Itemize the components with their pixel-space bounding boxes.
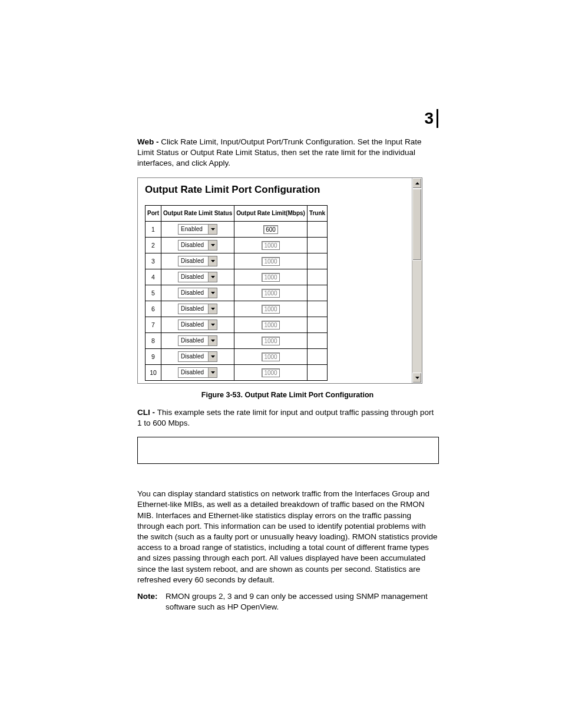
- chevron-down-icon[interactable]: [209, 288, 217, 298]
- web-label: Web -: [137, 137, 161, 146]
- scrollbar[interactable]: [412, 178, 422, 383]
- chevron-down-icon[interactable]: [209, 320, 217, 330]
- chapter-number: 3: [424, 109, 438, 128]
- statistics-paragraph: You can display standard statistics on n…: [137, 489, 438, 585]
- panel-title: Output Rate Limit Port Configuration: [145, 184, 416, 196]
- rate-limit-input[interactable]: 1000: [262, 353, 279, 361]
- rate-limit-input[interactable]: 1000: [262, 241, 279, 250]
- status-select[interactable]: Disabled: [178, 367, 217, 378]
- status-value: Enabled: [178, 225, 209, 234]
- table-row: 9Disabled1000: [146, 348, 328, 364]
- status-select[interactable]: Disabled: [178, 240, 217, 251]
- chevron-down-icon[interactable]: [209, 241, 217, 250]
- trunk-cell: [307, 285, 327, 301]
- table-row: 7Disabled1000: [146, 317, 328, 332]
- limit-cell: 1000: [234, 364, 308, 380]
- col-limit: Output Rate Limit(Mbps): [234, 205, 308, 221]
- chevron-down-icon[interactable]: [209, 225, 217, 234]
- status-select[interactable]: Disabled: [178, 351, 217, 362]
- trunk-cell: [307, 269, 327, 285]
- note-label: Note:: [137, 591, 166, 612]
- port-cell: 3: [146, 253, 161, 269]
- limit-cell: 1000: [234, 348, 308, 364]
- svg-marker-2: [211, 260, 215, 262]
- figure-caption: Figure 3-53. Output Rate Limit Port Conf…: [137, 391, 438, 399]
- status-value: Disabled: [178, 304, 209, 314]
- status-cell: Disabled: [161, 269, 234, 285]
- status-select[interactable]: Disabled: [178, 319, 217, 330]
- scroll-up-icon[interactable]: [412, 178, 422, 189]
- svg-marker-1: [211, 244, 215, 246]
- status-select[interactable]: Disabled: [178, 288, 217, 298]
- trunk-cell: [307, 237, 327, 253]
- cli-example-box: [137, 437, 439, 464]
- scroll-down-icon[interactable]: [412, 373, 422, 383]
- chevron-down-icon[interactable]: [209, 272, 217, 282]
- svg-marker-10: [415, 182, 419, 185]
- port-cell: 10: [146, 364, 161, 380]
- status-select[interactable]: Disabled: [178, 256, 217, 266]
- status-cell: Disabled: [161, 253, 234, 269]
- status-cell: Enabled: [161, 221, 234, 237]
- svg-marker-0: [211, 228, 215, 230]
- cli-text: This example sets the rate limit for inp…: [137, 408, 434, 427]
- rate-limit-input[interactable]: 1000: [262, 273, 279, 282]
- rate-limit-input[interactable]: 1000: [262, 337, 279, 345]
- trunk-cell: [307, 332, 327, 348]
- trunk-cell: [307, 221, 327, 237]
- status-value: Disabled: [178, 241, 209, 250]
- status-select[interactable]: Disabled: [178, 272, 217, 282]
- status-value: Disabled: [178, 256, 209, 266]
- svg-marker-4: [211, 292, 215, 294]
- chevron-down-icon[interactable]: [209, 256, 217, 266]
- table-row: 2Disabled1000: [146, 237, 328, 253]
- status-select[interactable]: Disabled: [178, 304, 217, 314]
- limit-cell: 1000: [234, 269, 308, 285]
- svg-marker-9: [211, 371, 215, 374]
- svg-marker-3: [211, 276, 215, 278]
- table-row: 10Disabled1000: [146, 364, 328, 380]
- port-cell: 1: [146, 221, 161, 237]
- status-select[interactable]: Enabled: [178, 224, 217, 235]
- rate-limit-input[interactable]: 1000: [262, 368, 279, 377]
- trunk-cell: [307, 253, 327, 269]
- status-select[interactable]: Disabled: [178, 335, 217, 346]
- status-cell: Disabled: [161, 301, 234, 317]
- web-intro-text: Click Rate Limit, Input/Output Port/Trun…: [137, 137, 421, 167]
- rate-limit-input[interactable]: 1000: [262, 321, 279, 330]
- port-cell: 4: [146, 269, 161, 285]
- status-value: Disabled: [178, 336, 209, 345]
- col-port: Port: [146, 205, 161, 221]
- port-cell: 9: [146, 348, 161, 364]
- port-cell: 5: [146, 285, 161, 301]
- chevron-down-icon[interactable]: [209, 352, 217, 361]
- scroll-thumb[interactable]: [412, 189, 422, 261]
- rate-limit-table: Port Output Rate Limit Status Output Rat…: [145, 205, 328, 381]
- note-block: Note: RMON groups 2, 3 and 9 can only be…: [137, 591, 438, 612]
- svg-marker-11: [415, 377, 419, 379]
- cli-label: CLI -: [137, 408, 157, 417]
- chevron-down-icon[interactable]: [209, 336, 217, 345]
- scroll-track[interactable]: [412, 189, 422, 373]
- chevron-down-icon[interactable]: [209, 304, 217, 314]
- rate-limit-input[interactable]: 1000: [262, 257, 279, 266]
- status-cell: Disabled: [161, 317, 234, 332]
- limit-cell: 1000: [234, 237, 308, 253]
- table-row: 5Disabled1000: [146, 285, 328, 301]
- svg-marker-8: [211, 355, 215, 358]
- rate-limit-input[interactable]: 1000: [262, 305, 279, 314]
- table-row: 8Disabled1000: [146, 332, 328, 348]
- note-text: RMON groups 2, 3 and 9 can only be acces…: [166, 591, 438, 612]
- chevron-down-icon[interactable]: [209, 368, 217, 377]
- web-intro-paragraph: Web - Click Rate Limit, Input/Output Por…: [137, 137, 438, 169]
- table-row: 4Disabled1000: [146, 269, 328, 285]
- port-cell: 7: [146, 317, 161, 332]
- cli-paragraph: CLI - This example sets the rate limit f…: [137, 407, 438, 429]
- status-value: Disabled: [178, 288, 209, 298]
- limit-cell: 1000: [234, 285, 308, 301]
- limit-cell: 600: [234, 221, 308, 237]
- table-row: 6Disabled1000: [146, 301, 328, 317]
- rate-limit-input[interactable]: 1000: [262, 289, 279, 298]
- status-value: Disabled: [178, 272, 209, 282]
- rate-limit-input[interactable]: 600: [263, 225, 278, 234]
